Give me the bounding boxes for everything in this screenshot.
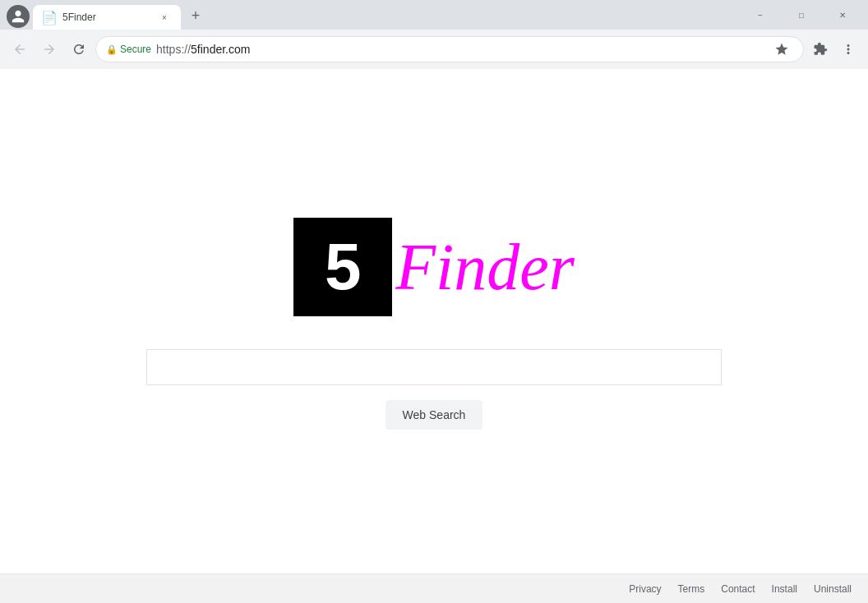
logo-finder-text: Finder xyxy=(395,230,575,305)
maximize-button[interactable]: □ xyxy=(783,0,820,30)
url-domain: 5finder.com xyxy=(191,43,250,56)
reload-button[interactable] xyxy=(66,36,92,62)
logo-five-text: 5 xyxy=(325,234,362,300)
menu-button[interactable] xyxy=(835,36,861,62)
install-link[interactable]: Install xyxy=(772,583,797,595)
search-button[interactable]: Web Search xyxy=(386,400,483,430)
back-button[interactable] xyxy=(7,36,33,62)
tab-close-button[interactable]: × xyxy=(158,11,171,24)
toolbar: 🔒 Secure https://5finder.com xyxy=(0,30,868,69)
address-bar[interactable]: 🔒 Secure https://5finder.com xyxy=(95,36,804,62)
uninstall-link[interactable]: Uninstall xyxy=(814,583,852,595)
title-bar: 📄 5Finder × + − □ ✕ xyxy=(0,0,868,30)
search-input[interactable] xyxy=(146,349,722,385)
url-text: https://5finder.com xyxy=(156,43,765,56)
page-content: 5 Finder Web Search Privacy Terms Contac… xyxy=(0,69,868,603)
logo-container: 5 Finder xyxy=(293,218,575,316)
url-protocol: https:// xyxy=(156,43,191,56)
extensions-button[interactable] xyxy=(807,36,833,62)
secure-badge: 🔒 Secure xyxy=(106,44,151,55)
forward-button[interactable] xyxy=(36,36,62,62)
logo-five-block: 5 xyxy=(293,218,392,316)
toolbar-actions xyxy=(807,36,861,62)
terms-link[interactable]: Terms xyxy=(678,583,705,595)
minimize-button[interactable]: − xyxy=(741,0,779,30)
window-controls: − □ ✕ xyxy=(741,0,861,30)
active-tab[interactable]: 📄 5Finder × xyxy=(33,5,181,30)
close-button[interactable]: ✕ xyxy=(824,0,861,30)
page-footer: Privacy Terms Contact Install Uninstall xyxy=(0,573,868,603)
lock-icon: 🔒 xyxy=(106,44,118,55)
tab-title: 5Finder xyxy=(62,12,151,23)
new-tab-button[interactable]: + xyxy=(184,5,207,28)
profile-button[interactable] xyxy=(7,5,30,28)
tab-favicon: 📄 xyxy=(43,11,56,24)
secure-label: Secure xyxy=(120,44,151,55)
browser-frame: 📄 5Finder × + − □ ✕ 🔒 Secure https://5 xyxy=(0,0,868,603)
contact-link[interactable]: Contact xyxy=(721,583,755,595)
bookmark-button[interactable] xyxy=(770,38,793,61)
privacy-link[interactable]: Privacy xyxy=(629,583,661,595)
